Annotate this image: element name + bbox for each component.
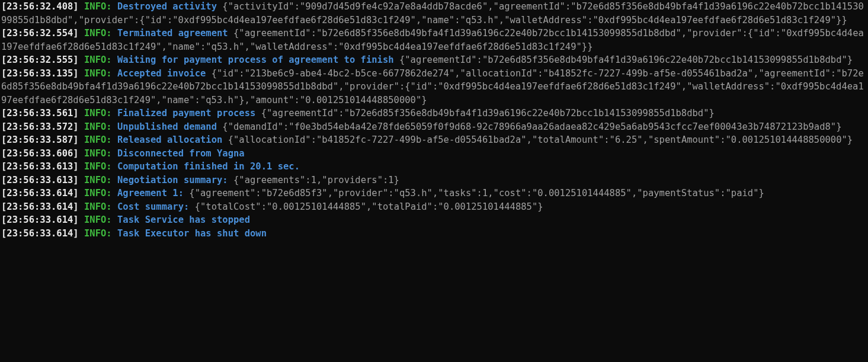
log-timestamp: [23:56:33.613]: [1, 161, 79, 172]
log-payload: {"agreementId":"b72e6d85f356e8db49bfa4f1…: [261, 108, 715, 118]
log-line: [23:56:33.561] INFO: Finalized payment p…: [1, 107, 867, 120]
log-level: INFO:: [84, 28, 112, 39]
log-message: Disconnected from Yagna: [117, 148, 245, 159]
log-message: Task Service has stopped: [117, 214, 250, 225]
log-line: [23:56:33.614] INFO: Agreement 1: {"agre…: [1, 187, 867, 200]
log-level: INFO:: [84, 55, 112, 65]
log-line: [23:56:32.554] INFO: Terminated agreemen…: [1, 27, 867, 53]
log-line: [23:56:33.135] INFO: Accepted invoice {"…: [1, 67, 867, 107]
log-payload: {"totalCost":"0.00125101444885","totalPa…: [195, 201, 543, 212]
log-timestamp: [23:56:32.555]: [1, 55, 79, 65]
log-message: Unpublished demand: [117, 121, 217, 132]
log-message: Destroyed activity: [117, 1, 217, 12]
log-message: Negotiation summary:: [117, 175, 228, 185]
log-level: INFO:: [84, 108, 112, 118]
log-payload: {"demandId":"f0e3bd54eb4a42e78fde65059f0…: [222, 121, 841, 132]
log-timestamp: [23:56:33.614]: [1, 201, 79, 212]
log-timestamp: [23:56:32.408]: [1, 1, 79, 12]
log-timestamp: [23:56:33.614]: [1, 228, 79, 239]
log-message: Terminated agreement: [117, 28, 228, 39]
log-payload: {"agreement":"b72e6d85f3","provider":"q5…: [189, 188, 764, 198]
log-timestamp: [23:56:33.135]: [1, 68, 79, 79]
log-payload: {"allocationId":"b41852fc-7227-499b-af5e…: [228, 134, 853, 145]
log-line: [23:56:33.614] INFO: Task Service has st…: [1, 213, 867, 227]
log-level: INFO:: [84, 68, 112, 79]
log-level: INFO:: [84, 148, 112, 159]
log-timestamp: [23:56:32.554]: [1, 28, 79, 39]
log-level: INFO:: [84, 201, 112, 212]
log-level: INFO:: [84, 134, 112, 145]
log-line: [23:56:32.408] INFO: Destroyed activity …: [1, 0, 867, 27]
log-level: INFO:: [84, 188, 112, 198]
log-line: [23:56:33.587] INFO: Released allocation…: [1, 133, 867, 147]
log-line: [23:56:33.614] INFO: Task Executor has s…: [1, 227, 867, 241]
log-level: INFO:: [84, 228, 112, 239]
log-timestamp: [23:56:33.614]: [1, 188, 79, 198]
log-timestamp: [23:56:33.587]: [1, 134, 79, 145]
log-timestamp: [23:56:33.606]: [1, 148, 79, 159]
log-line: [23:56:33.606] INFO: Disconnected from Y…: [1, 147, 867, 161]
log-timestamp: [23:56:33.561]: [1, 108, 79, 118]
log-timestamp: [23:56:33.572]: [1, 121, 79, 132]
log-message: Cost summary:: [117, 201, 189, 212]
log-message: Finalized payment process: [117, 108, 255, 118]
terminal-output: [23:56:32.408] INFO: Destroyed activity …: [0, 0, 868, 240]
log-line: [23:56:33.613] INFO: Negotiation summary…: [1, 174, 867, 187]
log-message: Computation finished in 20.1 sec.: [117, 161, 300, 172]
log-level: INFO:: [84, 214, 112, 225]
log-message: Agreement 1:: [117, 188, 184, 198]
log-message: Waiting for payment process of agreement…: [117, 55, 394, 65]
log-line: [23:56:33.614] INFO: Cost summary: {"tot…: [1, 200, 867, 214]
log-payload: {"agreementId":"b72e6d85f356e8db49bfa4f1…: [399, 55, 853, 65]
log-timestamp: [23:56:33.614]: [1, 214, 79, 225]
log-line: [23:56:33.613] INFO: Computation finishe…: [1, 160, 867, 174]
log-line: [23:56:33.572] INFO: Unpublished demand …: [1, 120, 867, 134]
log-level: INFO:: [84, 161, 112, 172]
log-message: Released allocation: [117, 134, 222, 145]
log-payload: {"agreements":1,"providers":1}: [233, 175, 399, 185]
log-level: INFO:: [84, 121, 112, 132]
log-message: Task Executor has shut down: [117, 228, 267, 239]
log-message: Accepted invoice: [117, 68, 206, 79]
log-line: [23:56:32.555] INFO: Waiting for payment…: [1, 53, 867, 67]
log-level: INFO:: [84, 1, 112, 12]
log-timestamp: [23:56:33.613]: [1, 175, 79, 185]
log-level: INFO:: [84, 175, 112, 185]
